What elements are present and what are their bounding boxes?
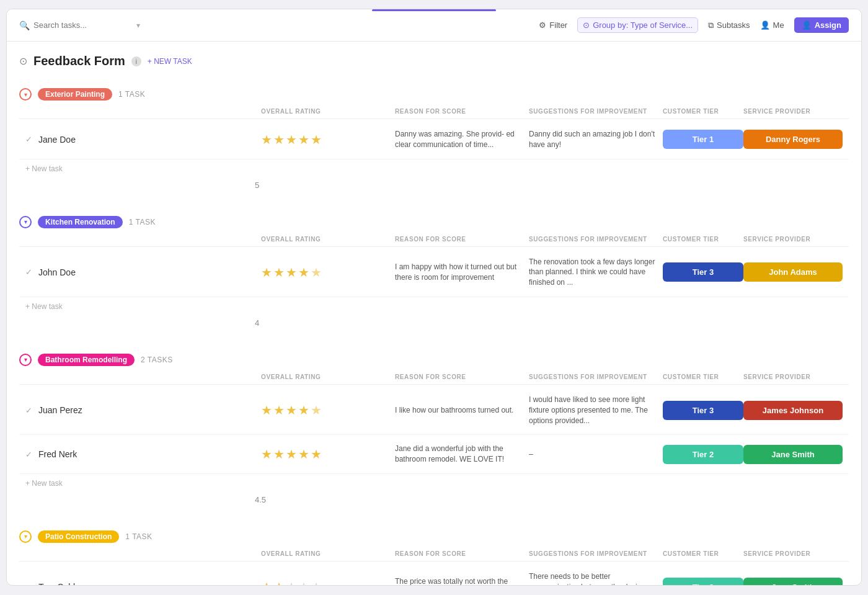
filter-button[interactable]: ⚙ Filter bbox=[539, 20, 567, 30]
group-task-count: 1 TASK bbox=[118, 90, 145, 99]
col-task-name bbox=[25, 374, 261, 380]
task-name[interactable]: Jane Doe bbox=[38, 135, 76, 145]
tier-badge: Tier 2 bbox=[663, 578, 743, 585]
progress-bar bbox=[372, 9, 496, 11]
reason-text: Jane did a wonderful job with the bathro… bbox=[395, 444, 529, 465]
star-half: ★ bbox=[311, 265, 322, 280]
task-name[interactable]: Tom Cobley bbox=[38, 582, 84, 585]
main-content: ⊙ Feedback Form i + NEW TASK ▾ Exterior … bbox=[7, 42, 861, 585]
star-filled: ★ bbox=[298, 265, 309, 280]
star-empty: ★ bbox=[311, 579, 322, 585]
suggestion-text: Danny did such an amazing job I don't ha… bbox=[529, 129, 663, 150]
new-task-link[interactable]: + New task bbox=[25, 479, 63, 488]
group-header: ▾ Exterior Painting 1 TASK bbox=[19, 82, 849, 104]
tier-badge: Tier 1 bbox=[663, 130, 743, 149]
tier-cell: Tier 2 bbox=[663, 445, 743, 464]
stars-cell: ★★★★★ bbox=[261, 579, 395, 585]
task-row: ✓ Tom Cobley ★★★★★ The price was totally… bbox=[19, 563, 849, 585]
group-task-count: 1 TASK bbox=[129, 218, 156, 226]
average-row: 4 bbox=[19, 316, 849, 330]
suggestion-text: I would have liked to see more light fix… bbox=[529, 395, 663, 426]
star-filled: ★ bbox=[273, 403, 285, 418]
group-by-button[interactable]: ⊙ Group by: Type of Service... bbox=[577, 17, 698, 33]
col-overall-rating: OVERALL RATING bbox=[261, 108, 395, 115]
group-label: Kitchen Renovation bbox=[38, 216, 123, 228]
tier-cell: Tier 3 bbox=[663, 262, 743, 282]
star-empty: ★ bbox=[298, 579, 309, 585]
star-filled: ★ bbox=[273, 447, 285, 462]
reason-text: The price was totally not worth the serv… bbox=[395, 576, 529, 585]
col-customer-tier: CUSTOMER TIER bbox=[663, 236, 743, 243]
star-empty: ★ bbox=[286, 579, 297, 585]
star-filled: ★ bbox=[261, 579, 272, 585]
col-reason: REASON FOR SCORE bbox=[395, 236, 529, 243]
col-service-provider: SERVICE PROVIDER bbox=[743, 550, 843, 557]
group-toggle[interactable]: ▾ bbox=[19, 530, 32, 543]
provider-badge: James Johnson bbox=[743, 401, 843, 420]
col-overall-rating: OVERALL RATING bbox=[261, 236, 395, 243]
page-title: Feedback Form bbox=[33, 54, 125, 68]
star-filled: ★ bbox=[286, 403, 297, 418]
tier-badge: Tier 3 bbox=[663, 262, 743, 282]
group-exterior-painting: ▾ Exterior Painting 1 TASK OVERALL RATIN… bbox=[19, 82, 849, 192]
search-icon: 🔍 bbox=[19, 20, 30, 30]
task-name[interactable]: Juan Perez bbox=[38, 405, 82, 415]
star-filled: ★ bbox=[286, 265, 297, 280]
search-dropdown-icon[interactable]: ▾ bbox=[136, 21, 140, 30]
task-name-cell: ✓ John Doe bbox=[25, 267, 261, 277]
task-name-cell: ✓ Fred Nerk bbox=[25, 449, 261, 459]
group-kitchen-renovation: ▾ Kitchen Renovation 1 TASK OVERALL RATI… bbox=[19, 210, 849, 330]
group-task-count: 1 TASK bbox=[125, 532, 152, 541]
star-filled: ★ bbox=[261, 447, 272, 462]
stars-cell: ★★★★★ bbox=[261, 265, 395, 280]
star-filled: ★ bbox=[286, 447, 297, 462]
group-toggle[interactable]: ▾ bbox=[19, 88, 32, 101]
star-half: ★ bbox=[311, 403, 322, 418]
task-name[interactable]: John Doe bbox=[38, 267, 76, 277]
search-input[interactable] bbox=[33, 20, 133, 30]
stars-cell: ★★★★★ bbox=[261, 403, 395, 418]
col-suggestions: SUGGESTIONS FOR IMPROVEMENT bbox=[529, 374, 663, 380]
new-task-button[interactable]: + NEW TASK bbox=[148, 57, 192, 66]
col-service-provider: SERVICE PROVIDER bbox=[743, 374, 843, 380]
collapse-icon[interactable]: ⊙ bbox=[19, 55, 27, 67]
provider-badge: Danny Rogers bbox=[743, 130, 843, 149]
col-suggestions: SUGGESTIONS FOR IMPROVEMENT bbox=[529, 236, 663, 243]
stars-cell: ★★★★★ bbox=[261, 447, 395, 462]
subtasks-button[interactable]: ⧉ Subtasks bbox=[708, 20, 750, 30]
assign-button[interactable]: 👤 Assign bbox=[794, 17, 849, 33]
col-reason: REASON FOR SCORE bbox=[395, 550, 529, 557]
new-task-row: + New task bbox=[19, 474, 849, 493]
me-label: Me bbox=[773, 20, 784, 30]
column-header-row: OVERALL RATING REASON FOR SCORE SUGGESTI… bbox=[19, 547, 849, 561]
star-filled: ★ bbox=[273, 132, 285, 147]
task-name[interactable]: Fred Nerk bbox=[38, 449, 77, 459]
average-value: 4.5 bbox=[255, 495, 490, 504]
group-toggle[interactable]: ▾ bbox=[19, 354, 32, 366]
tier-cell: Tier 1 bbox=[663, 130, 743, 149]
new-task-link[interactable]: + New task bbox=[25, 164, 63, 173]
info-icon[interactable]: i bbox=[131, 56, 141, 66]
col-reason: REASON FOR SCORE bbox=[395, 374, 529, 380]
star-filled: ★ bbox=[286, 132, 297, 147]
filter-label: Filter bbox=[549, 20, 567, 30]
top-bar: 🔍 ▾ ⚙ Filter ⊙ Group by: Type of Service… bbox=[7, 9, 861, 42]
subtasks-icon: ⧉ bbox=[708, 20, 714, 30]
col-reason: REASON FOR SCORE bbox=[395, 108, 529, 115]
star-filled: ★ bbox=[298, 403, 309, 418]
provider-cell: Jane Smith bbox=[743, 578, 843, 585]
col-suggestions: SUGGESTIONS FOR IMPROVEMENT bbox=[529, 550, 663, 557]
reason-text: I am happy with how it turned out but th… bbox=[395, 262, 529, 283]
groups-container: ▾ Exterior Painting 1 TASK OVERALL RATIN… bbox=[19, 82, 849, 585]
provider-badge: John Adams bbox=[743, 262, 843, 282]
star-filled: ★ bbox=[311, 447, 322, 462]
column-header-row: OVERALL RATING REASON FOR SCORE SUGGESTI… bbox=[19, 232, 849, 247]
me-button[interactable]: 👤 Me bbox=[760, 20, 784, 30]
group-label: Patio Construction bbox=[38, 530, 119, 543]
app-wrapper: 🔍 ▾ ⚙ Filter ⊙ Group by: Type of Service… bbox=[6, 9, 862, 586]
group-label: Bathroom Remodelling bbox=[38, 354, 135, 366]
average-row: 5 bbox=[19, 178, 849, 192]
suggestion-text: There needs to be better communication b… bbox=[529, 571, 663, 585]
group-toggle[interactable]: ▾ bbox=[19, 216, 32, 228]
new-task-link[interactable]: + New task bbox=[25, 302, 63, 311]
